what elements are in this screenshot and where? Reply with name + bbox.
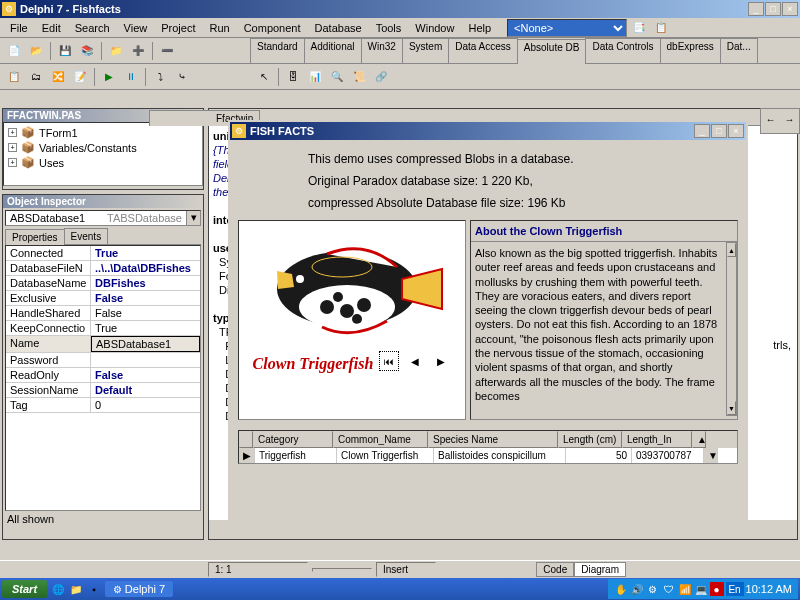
dropdown-icon[interactable]: ▾	[186, 211, 200, 225]
col-category[interactable]: Category	[253, 431, 333, 448]
toolbar-btn-b[interactable]: 📋	[651, 18, 671, 38]
pointer-button[interactable]: ↖	[254, 67, 274, 87]
open-project-button[interactable]: 📁	[106, 41, 126, 61]
step-into-button[interactable]: ⤷	[172, 67, 192, 87]
tab-dbexpress[interactable]: dbExpress	[660, 38, 721, 63]
tab-properties[interactable]: Properties	[5, 229, 65, 245]
tab-absolutedb[interactable]: Absolute DB	[517, 39, 587, 64]
inspector-selector[interactable]: ABSDatabase1 TABSDatabase ▾	[5, 210, 201, 226]
menu-project[interactable]: Project	[155, 20, 201, 36]
sbtab-diagram[interactable]: Diagram	[574, 562, 626, 577]
minimize-button[interactable]: _	[748, 2, 764, 16]
about-scrollbar[interactable]: ▲ ▼	[726, 242, 737, 416]
abs-query-icon[interactable]: 🔍	[327, 67, 347, 87]
fishfacts-titlebar[interactable]: ⚙ FISH FACTS _ □ ×	[230, 122, 746, 140]
tray-icon-3[interactable]: ⚙	[646, 582, 660, 596]
pause-button[interactable]: ⏸	[121, 67, 141, 87]
taskbar-delphi[interactable]: ⚙ Delphi 7	[105, 581, 173, 597]
new-form-button[interactable]: 📝	[70, 67, 90, 87]
col-common-name[interactable]: Common_Name	[333, 431, 428, 448]
expand-icon[interactable]: +	[8, 128, 17, 137]
expand-icon[interactable]: +	[8, 158, 17, 167]
dbnav-next-button[interactable]: ▶	[431, 351, 451, 371]
tab-more[interactable]: Dat...	[720, 38, 758, 63]
tab-standard[interactable]: Standard	[250, 38, 305, 63]
config-combo[interactable]: <None>	[507, 19, 627, 37]
clock[interactable]: 10:12 AM	[746, 583, 792, 595]
ie-icon[interactable]: 🌐	[51, 582, 65, 596]
explorer-icon[interactable]: 📁	[69, 582, 83, 596]
col-species[interactable]: Species Name	[428, 431, 558, 448]
tab-additional[interactable]: Additional	[304, 38, 362, 63]
menu-tools[interactable]: Tools	[370, 20, 408, 36]
inspector-grid[interactable]: ConnectedTrue DatabaseFileN..\..\Data\DB…	[5, 245, 201, 511]
menu-file[interactable]: File	[4, 20, 34, 36]
scroll-down-icon[interactable]: ▼	[727, 401, 736, 415]
grid-scroll-up-icon[interactable]: ▲	[692, 431, 706, 448]
dbnav-prev-button[interactable]: ◀	[405, 351, 425, 371]
view-unit-button[interactable]: 📋	[4, 67, 24, 87]
tab-events[interactable]: Events	[64, 228, 109, 244]
tray-icon-1[interactable]: ✋	[614, 582, 628, 596]
tab-dataaccess[interactable]: Data Access	[448, 38, 518, 63]
main-menubar: File Edit Search View Project Run Compon…	[0, 18, 800, 38]
tray-icon-7[interactable]: ●	[710, 582, 724, 596]
open-button[interactable]: 📂	[26, 41, 46, 61]
sbtab-code[interactable]: Code	[536, 562, 574, 577]
form-maximize-button[interactable]: □	[711, 124, 727, 138]
close-button[interactable]: ×	[782, 2, 798, 16]
quick-icon[interactable]: ▪	[87, 582, 101, 596]
modified-indicator	[312, 568, 372, 572]
tree-item-uses[interactable]: +📦Uses	[6, 155, 200, 170]
saveall-button[interactable]: 📚	[77, 41, 97, 61]
tray-icon-4[interactable]: 🛡	[662, 582, 676, 596]
lang-indicator[interactable]: En	[726, 582, 744, 596]
tab-win32[interactable]: Win32	[361, 38, 403, 63]
form-close-button[interactable]: ×	[728, 124, 744, 138]
toolbar-btn-a[interactable]: 📑	[629, 18, 649, 38]
grid-scroll-down-icon[interactable]: ▼	[704, 448, 718, 463]
tree-item-tform1[interactable]: +📦TForm1	[6, 125, 200, 140]
start-button[interactable]: Start	[2, 580, 47, 598]
dbnav-first-button[interactable]: ⏮	[379, 351, 399, 371]
abs-sql-icon[interactable]: 📜	[349, 67, 369, 87]
save-button[interactable]: 💾	[55, 41, 75, 61]
expand-icon[interactable]: +	[8, 143, 17, 152]
about-title: About the Clown Triggerfish	[471, 221, 737, 242]
structure-tree[interactable]: +📦TForm1 +📦Variables/Constants +📦Uses	[3, 122, 203, 186]
menu-run[interactable]: Run	[203, 20, 235, 36]
menu-window[interactable]: Window	[409, 20, 460, 36]
grid-row[interactable]: ▶ Triggerfish Clown Triggerfish Ballisto…	[239, 448, 737, 463]
toggle-button[interactable]: 🔀	[48, 67, 68, 87]
back-button[interactable]: ←	[761, 109, 780, 129]
tab-datacontrols[interactable]: Data Controls	[585, 38, 660, 63]
add-button[interactable]: ➕	[128, 41, 148, 61]
tray-icon-6[interactable]: 💻	[694, 582, 708, 596]
tray-icon-5[interactable]: 📶	[678, 582, 692, 596]
menu-view[interactable]: View	[118, 20, 154, 36]
tray-icon-2[interactable]: 🔊	[630, 582, 644, 596]
abs-session-icon[interactable]: 🔗	[371, 67, 391, 87]
col-length-cm[interactable]: Length (cm)	[558, 431, 622, 448]
tab-system[interactable]: System	[402, 38, 449, 63]
col-length-in[interactable]: Length_In	[622, 431, 692, 448]
form-minimize-button[interactable]: _	[694, 124, 710, 138]
menu-component[interactable]: Component	[238, 20, 307, 36]
forward-button[interactable]: →	[780, 109, 799, 129]
maximize-button[interactable]: □	[765, 2, 781, 16]
scroll-up-icon[interactable]: ▲	[727, 243, 736, 257]
menu-database[interactable]: Database	[309, 20, 368, 36]
fish-datagrid[interactable]: Category Common_Name Species Name Length…	[238, 430, 738, 464]
step-over-button[interactable]: ⤵	[150, 67, 170, 87]
svg-point-5	[333, 292, 343, 302]
new-button[interactable]: 📄	[4, 41, 24, 61]
abs-table-icon[interactable]: 📊	[305, 67, 325, 87]
view-form-button[interactable]: 🗂	[26, 67, 46, 87]
menu-search[interactable]: Search	[69, 20, 116, 36]
abs-database-icon[interactable]: 🗄	[283, 67, 303, 87]
menu-help[interactable]: Help	[462, 20, 497, 36]
run-button[interactable]: ▶	[99, 67, 119, 87]
tree-item-vars[interactable]: +📦Variables/Constants	[6, 140, 200, 155]
remove-button[interactable]: ➖	[157, 41, 177, 61]
menu-edit[interactable]: Edit	[36, 20, 67, 36]
